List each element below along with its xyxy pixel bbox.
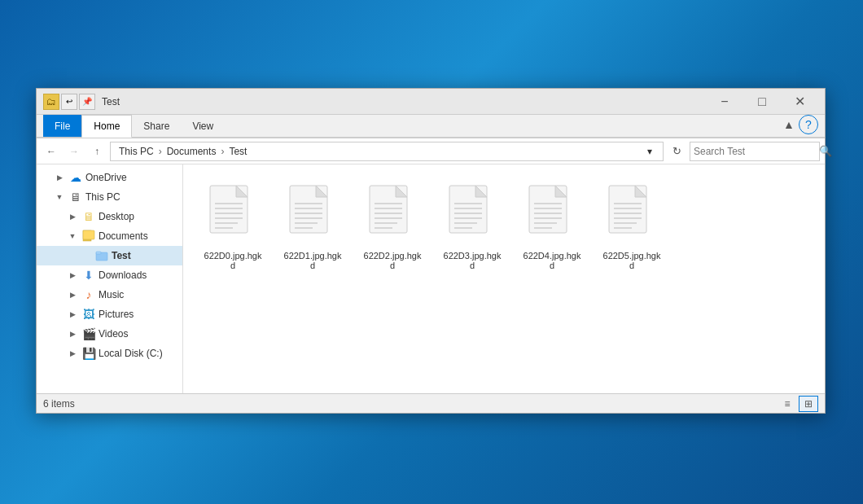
file-item[interactable]: 622D2.jpg.hgkd bbox=[356, 177, 429, 277]
folder-icon: 🗂 bbox=[43, 94, 59, 110]
path-dropdown[interactable]: ▾ bbox=[642, 143, 658, 160]
expand-arrow-videos[interactable]: ▶ bbox=[66, 327, 79, 340]
sidebar-label-videos: Videos bbox=[99, 328, 128, 340]
file-name: 622D5.jpg.hgkd bbox=[602, 251, 662, 270]
sidebar-item-documents[interactable]: ▼ Documents bbox=[37, 226, 182, 246]
sidebar-item-onedrive[interactable]: ▶ ☁ OneDrive bbox=[37, 168, 182, 187]
titlebar-icons: 🗂 ↩ 📌 bbox=[43, 94, 95, 110]
maximize-button[interactable]: □ bbox=[743, 89, 781, 115]
sidebar-item-thispc[interactable]: ▼ 🖥 This PC bbox=[37, 187, 182, 207]
expand-arrow-music[interactable]: ▶ bbox=[66, 288, 79, 301]
file-item[interactable]: 622D4.jpg.hgkd bbox=[515, 177, 589, 277]
sidebar-item-music[interactable]: ▶ ♪ Music bbox=[37, 285, 182, 305]
list-view-button[interactable]: ≡ bbox=[778, 396, 797, 412]
thispc-icon: 🖥 bbox=[68, 189, 84, 205]
main-area: ▶ ☁ OneDrive ▼ 🖥 This PC ▶ 🖥 Desktop ▼ bbox=[37, 164, 825, 393]
close-button[interactable]: ✕ bbox=[781, 89, 818, 115]
sidebar-item-desktop[interactable]: ▶ 🖥 Desktop bbox=[37, 207, 182, 226]
downloads-icon: ⬇ bbox=[81, 267, 97, 283]
help-button[interactable]: ? bbox=[799, 115, 818, 134]
file-item[interactable]: 622D3.jpg.hgkd bbox=[436, 177, 509, 277]
path-test[interactable]: Test bbox=[226, 144, 250, 159]
statusbar: 6 items ≡ ⊞ bbox=[37, 393, 825, 413]
file-item[interactable]: 622D0.jpg.hgkd bbox=[196, 177, 269, 277]
file-icon bbox=[606, 184, 658, 248]
forward-button[interactable]: → bbox=[64, 142, 84, 161]
search-box[interactable]: 🔍 bbox=[690, 142, 820, 161]
file-icon bbox=[446, 184, 498, 248]
window-title: Test bbox=[102, 96, 706, 107]
sidebar-label-downloads: Downloads bbox=[99, 270, 147, 281]
address-bar: ← → ↑ This PC › Documents › Test ▾ ↻ 🔍 bbox=[37, 138, 825, 164]
sidebar: ▶ ☁ OneDrive ▼ 🖥 This PC ▶ 🖥 Desktop ▼ bbox=[37, 164, 183, 393]
tab-home[interactable]: Home bbox=[81, 115, 132, 138]
expand-arrow-documents[interactable]: ▼ bbox=[66, 230, 79, 243]
file-name: 622D0.jpg.hgkd bbox=[203, 251, 263, 270]
videos-icon: 🎬 bbox=[81, 326, 97, 342]
tab-file[interactable]: File bbox=[43, 115, 81, 137]
expand-arrow-desktop[interactable]: ▶ bbox=[66, 210, 79, 223]
file-name: 622D4.jpg.hgkd bbox=[522, 251, 582, 270]
tab-view[interactable]: View bbox=[181, 115, 225, 137]
ribbon-collapse-button[interactable]: ▲ bbox=[779, 115, 799, 134]
search-icon[interactable]: 🔍 bbox=[819, 145, 832, 157]
sidebar-item-pictures[interactable]: ▶ 🖼 Pictures bbox=[37, 305, 182, 324]
desktop-icon: 🖥 bbox=[81, 208, 97, 225]
sidebar-label-documents: Documents bbox=[99, 230, 148, 242]
onedrive-icon: ☁ bbox=[68, 169, 84, 186]
sidebar-item-localdisk[interactable]: ▶ 💾 Local Disk (C:) bbox=[37, 344, 182, 363]
expand-arrow[interactable]: ▶ bbox=[53, 171, 66, 184]
file-item[interactable]: 622D1.jpg.hgkd bbox=[276, 177, 349, 277]
expand-arrow-localdisk[interactable]: ▶ bbox=[66, 347, 79, 360]
sidebar-item-videos[interactable]: ▶ 🎬 Videos bbox=[37, 324, 182, 344]
file-icon bbox=[207, 184, 259, 248]
file-name: 622D1.jpg.hgkd bbox=[283, 251, 343, 270]
sidebar-label-music: Music bbox=[99, 289, 124, 300]
music-icon: ♪ bbox=[81, 287, 97, 303]
svg-rect-1 bbox=[83, 230, 94, 239]
ribbon-tabs: File Home Share View ▲ ? bbox=[37, 115, 825, 138]
file-icon bbox=[526, 184, 578, 248]
expand-arrow-thispc[interactable]: ▼ bbox=[53, 191, 66, 204]
window-controls: − □ ✕ bbox=[706, 89, 818, 115]
file-icon bbox=[287, 184, 339, 248]
address-path[interactable]: This PC › Documents › Test ▾ bbox=[110, 142, 664, 161]
view-controls: ≡ ⊞ bbox=[778, 396, 818, 412]
expand-arrow-test[interactable] bbox=[79, 249, 92, 262]
file-icon bbox=[366, 184, 418, 248]
back-button[interactable]: ← bbox=[42, 142, 61, 161]
file-name: 622D2.jpg.hgkd bbox=[362, 251, 423, 270]
sidebar-label-pictures: Pictures bbox=[99, 309, 134, 320]
sidebar-label-test: Test bbox=[112, 250, 131, 261]
path-documents[interactable]: Documents bbox=[164, 144, 220, 159]
sidebar-label-localdisk: Local Disk (C:) bbox=[99, 348, 163, 359]
test-folder-icon bbox=[94, 248, 110, 264]
quick-access-undo[interactable]: ↩ bbox=[61, 94, 77, 110]
sidebar-item-downloads[interactable]: ▶ ⬇ Downloads bbox=[37, 265, 182, 285]
search-input[interactable] bbox=[694, 146, 816, 157]
ribbon: File Home Share View ▲ ? bbox=[37, 115, 825, 138]
path-segment: This PC › Documents › Test bbox=[116, 144, 250, 159]
path-this-pc[interactable]: This PC bbox=[116, 144, 157, 159]
tab-share[interactable]: Share bbox=[132, 115, 181, 137]
tiles-view-button[interactable]: ⊞ bbox=[799, 396, 818, 412]
minimize-button[interactable]: − bbox=[706, 89, 743, 115]
svg-rect-3 bbox=[96, 252, 101, 254]
refresh-button[interactable]: ↻ bbox=[667, 142, 686, 161]
file-item[interactable]: 622D5.jpg.hgkd bbox=[595, 177, 668, 277]
item-count: 6 items bbox=[43, 398, 75, 410]
expand-arrow-downloads[interactable]: ▶ bbox=[66, 269, 79, 282]
file-area: 622D0.jpg.hgkd 622D1.jpg.hgkd bbox=[183, 164, 825, 393]
sidebar-label-desktop: Desktop bbox=[99, 211, 134, 222]
titlebar: 🗂 ↩ 📌 Test − □ ✕ bbox=[37, 89, 825, 115]
sidebar-item-test[interactable]: Test bbox=[37, 246, 182, 265]
up-button[interactable]: ↑ bbox=[87, 142, 107, 161]
file-name: 622D3.jpg.hgkd bbox=[442, 251, 502, 270]
expand-arrow-pictures[interactable]: ▶ bbox=[66, 308, 79, 321]
file-explorer-window: 🗂 ↩ 📌 Test − □ ✕ File Home Share View ▲ … bbox=[36, 88, 826, 414]
quick-access-pin[interactable]: 📌 bbox=[79, 94, 95, 110]
sidebar-label-onedrive: OneDrive bbox=[85, 172, 127, 183]
localdisk-icon: 💾 bbox=[81, 345, 97, 362]
documents-icon bbox=[81, 228, 97, 244]
pictures-icon: 🖼 bbox=[81, 306, 97, 322]
